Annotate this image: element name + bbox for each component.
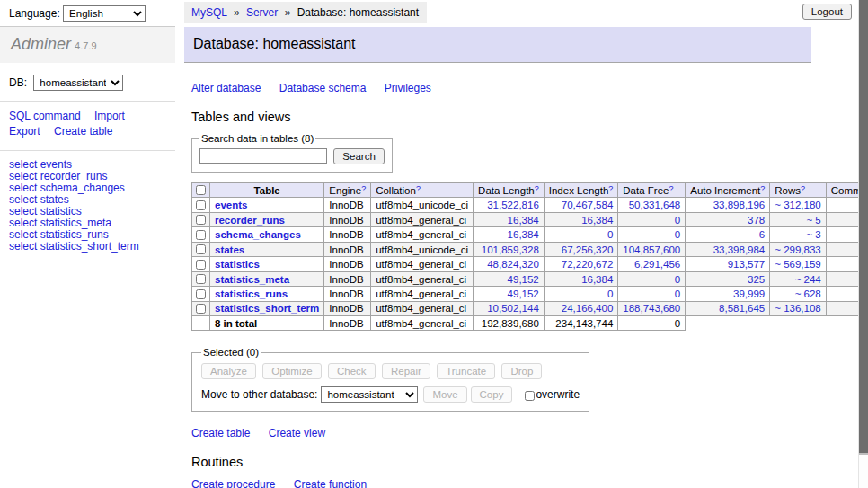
repair-button[interactable]: Repair — [382, 363, 430, 379]
cell-collation: utf8mb4_unicode_ci — [371, 242, 474, 256]
row-checkbox[interactable] — [196, 274, 206, 284]
sidebar-item-select-schema-changes[interactable]: select schema_changes — [9, 182, 166, 194]
cell-collation: utf8mb4_general_ci — [371, 271, 474, 286]
row-checkbox[interactable] — [196, 200, 206, 210]
sidebar-actions: SQL command Import Export Create table — [0, 102, 175, 151]
create-view-link[interactable]: Create view — [269, 427, 325, 439]
drop-button[interactable]: Drop — [501, 363, 542, 379]
sidebar-item-select-statistics-short-term[interactable]: select statistics_short_term — [9, 241, 166, 253]
truncate-button[interactable]: Truncate — [437, 363, 495, 379]
data-length-help-icon[interactable]: ? — [535, 184, 539, 193]
total-label: 8 in total — [210, 316, 324, 331]
sidebar-item-select-statistics-runs[interactable]: select statistics_runs — [9, 229, 166, 241]
breadcrumb-separator: » — [285, 6, 291, 19]
scrollbar[interactable] — [858, 0, 868, 488]
optimize-button[interactable]: Optimize — [262, 363, 321, 379]
check-button[interactable]: Check — [328, 363, 376, 379]
sidebar-item-select-events[interactable]: select events — [9, 159, 166, 171]
cell-index-length: 0 — [544, 227, 618, 242]
cell-rows: ~ 569,159 — [770, 257, 826, 271]
copy-button[interactable]: Copy — [471, 386, 513, 403]
row-checkbox[interactable] — [196, 289, 206, 299]
cell-index-length: 16,384 — [544, 212, 618, 226]
cell-data-free: 6,291,456 — [618, 257, 686, 271]
cell-index-length: 70,467,584 — [544, 198, 618, 212]
rows-help-icon[interactable]: ? — [801, 184, 805, 193]
app-version: 4.7.9 — [75, 40, 96, 51]
cell-index-length: 0 — [544, 287, 618, 301]
routines-heading: Routines — [191, 455, 811, 469]
index-length-help-icon[interactable]: ? — [608, 184, 613, 193]
cell-index-length: 24,166,400 — [544, 301, 618, 315]
create-links: Create table Create view — [191, 427, 811, 439]
cell-index-length: 72,220,672 — [544, 257, 618, 271]
col-header-data-free: Data Free? — [618, 183, 686, 198]
move-label: Move to other database: — [201, 388, 317, 401]
search-input[interactable] — [199, 148, 327, 164]
alter-database-link[interactable]: Alter database — [191, 82, 261, 94]
move-button[interactable]: Move — [423, 386, 466, 403]
table-link[interactable]: recorder_runs — [215, 215, 285, 226]
create-procedure-link[interactable]: Create procedure — [191, 478, 275, 488]
sidebar-link-sql-command[interactable]: SQL command — [9, 110, 81, 122]
table-row-states: states InnoDB utf8mb4_unicode_ci 101,859… — [192, 242, 868, 256]
row-checkbox[interactable] — [196, 260, 206, 270]
sidebar-item-select-recorder-runs[interactable]: select recorder_runs — [9, 171, 166, 182]
row-checkbox[interactable] — [196, 230, 206, 240]
sidebar-item-select-statistics-meta[interactable]: select statistics_meta — [9, 217, 166, 229]
sidebar-item-select-statistics[interactable]: select statistics — [9, 206, 166, 217]
cell-auto-increment: 913,577 — [686, 257, 770, 271]
cell-collation: utf8mb4_unicode_ci — [371, 198, 474, 212]
breadcrumb-mysql-link[interactable]: MySQL — [191, 6, 227, 19]
move-database-select[interactable]: homeassistant — [321, 386, 418, 403]
cell-data-length: 49,152 — [474, 271, 545, 286]
create-function-link[interactable]: Create function — [294, 478, 367, 488]
row-checkbox[interactable] — [196, 244, 206, 254]
cell-auto-increment: 8,581,645 — [686, 301, 770, 315]
overwrite-checkbox[interactable] — [525, 391, 535, 401]
breadcrumb-server-link[interactable]: Server — [246, 6, 278, 19]
cell-index-length: 16,384 — [544, 271, 618, 286]
row-checkbox[interactable] — [196, 304, 206, 314]
col-header-data-length: Data Length? — [474, 183, 545, 198]
table-link[interactable]: states — [215, 244, 244, 255]
main-content: MySQL » Server » Database: homeassistant… — [184, 0, 811, 488]
select-all-checkbox[interactable] — [196, 185, 206, 195]
sidebar-item-select-states[interactable]: select states — [9, 194, 166, 206]
row-checkbox[interactable] — [196, 215, 206, 225]
cell-engine: InnoDB — [324, 287, 371, 301]
search-button[interactable]: Search — [333, 148, 384, 164]
data-free-help-icon[interactable]: ? — [669, 184, 673, 193]
table-link[interactable]: events — [215, 200, 247, 210]
table-link[interactable]: statistics_short_term — [215, 303, 319, 314]
db-select[interactable]: homeassistant — [33, 75, 123, 91]
cell-auto-increment: 33,898,196 — [686, 198, 770, 212]
col-header-collation: Collation? — [371, 183, 474, 198]
table-link[interactable]: statistics_runs — [215, 288, 288, 299]
table-link[interactable]: schema_changes — [215, 229, 301, 240]
cell-data-length: 10,502,144 — [474, 301, 545, 315]
collation-help-icon[interactable]: ? — [416, 184, 421, 193]
table-row-recorder-runs: recorder_runs InnoDB utf8mb4_general_ci … — [192, 212, 868, 226]
scrollbar-thumb[interactable] — [859, 0, 868, 455]
table-link[interactable]: statistics — [215, 259, 260, 270]
analyze-button[interactable]: Analyze — [201, 363, 256, 379]
sidebar-link-import[interactable]: Import — [94, 110, 125, 122]
auto-increment-help-icon[interactable]: ? — [760, 184, 765, 193]
privileges-link[interactable]: Privileges — [385, 82, 431, 94]
selected-fieldset: Selected (0) Analyze Optimize Check Repa… — [191, 347, 589, 412]
engine-help-icon[interactable]: ? — [361, 184, 366, 193]
database-schema-link[interactable]: Database schema — [279, 82, 367, 94]
cell-data-free: 0 — [618, 271, 686, 286]
cell-index-length: 67,256,320 — [544, 242, 618, 256]
language-select[interactable]: English — [63, 5, 146, 22]
breadcrumb-current: Database: homeassistant — [297, 6, 419, 19]
search-fieldset: Search data in tables (8) Search — [191, 133, 393, 173]
sidebar-link-create-table[interactable]: Create table — [54, 125, 112, 138]
cell-data-free: 104,857,600 — [618, 242, 686, 256]
sidebar-link-export[interactable]: Export — [9, 125, 40, 138]
create-table-link[interactable]: Create table — [191, 427, 250, 439]
cell-rows: ~ 136,108 — [770, 301, 826, 315]
table-link[interactable]: statistics_meta — [215, 274, 289, 285]
cell-engine: InnoDB — [324, 271, 371, 286]
